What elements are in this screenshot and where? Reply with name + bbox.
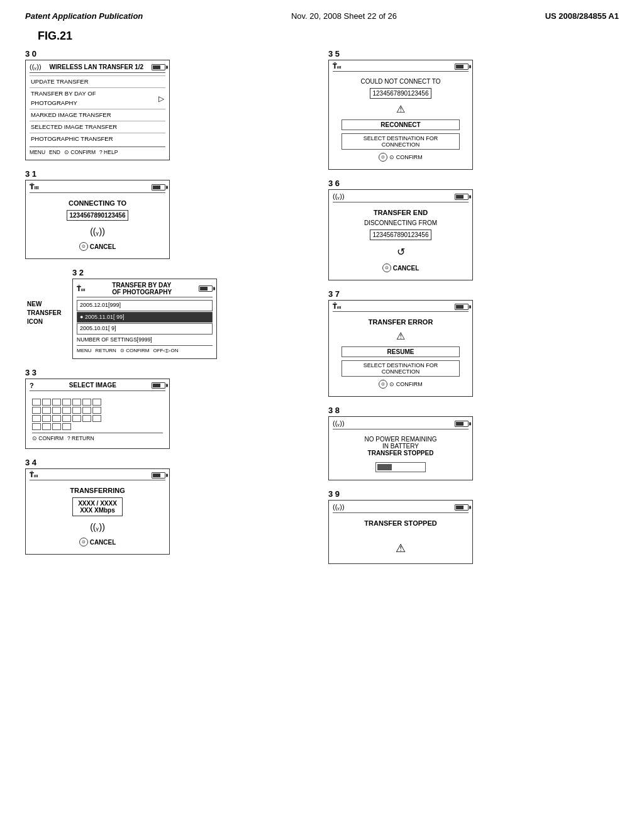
img-cell[interactable] bbox=[42, 423, 51, 430]
warning-icon-35: ⚠ bbox=[396, 103, 405, 115]
img-cell[interactable] bbox=[82, 399, 91, 406]
transfer-stopped-label: TRANSFER STOPPED bbox=[364, 519, 436, 527]
warning-icon-39: ⚠ bbox=[396, 541, 406, 555]
cancel-label-34: CANCEL bbox=[90, 539, 116, 546]
address-31: 1234567890123456 bbox=[67, 210, 129, 221]
img-cell[interactable] bbox=[32, 423, 41, 430]
screen-35-header: T̈ᵢₗₗ bbox=[333, 63, 469, 72]
signal-icon-35: T̈ᵢₗₗ bbox=[333, 63, 341, 70]
screen-30-header: ((ᵧ)) WIRELESS LAN TRANSFER 1/2 bbox=[30, 63, 165, 73]
select-dest-btn-37[interactable]: SELECT DESTINATION FOR CONNECTION bbox=[341, 360, 459, 377]
img-cell[interactable] bbox=[52, 415, 61, 422]
wifi-icon-38: ((ᵧ)) bbox=[333, 419, 345, 428]
img-cell[interactable] bbox=[72, 415, 81, 422]
select-dest-btn-35[interactable]: SELECT DESTINATION FOR CONNECTION bbox=[341, 133, 459, 150]
img-cell[interactable] bbox=[62, 399, 71, 406]
confirm-label-37: ⊙ CONFIRM bbox=[389, 381, 423, 387]
pub-number: US 2008/284855 A1 bbox=[545, 11, 619, 21]
img-cell[interactable] bbox=[62, 415, 71, 422]
img-cell[interactable] bbox=[42, 415, 51, 422]
img-cell[interactable] bbox=[62, 423, 71, 430]
left-column: 3 0 ((ᵧ)) WIRELESS LAN TRANSFER 1/2 UPDA… bbox=[25, 49, 316, 564]
battery-icon-39 bbox=[455, 504, 469, 511]
could-not-text: COULD NOT CONNECT TO bbox=[360, 78, 440, 85]
battery-icon-37 bbox=[455, 304, 469, 310]
img-cell[interactable] bbox=[72, 399, 81, 406]
screen-30-wrapper: 3 0 ((ᵧ)) WIRELESS LAN TRANSFER 1/2 UPDA… bbox=[25, 49, 316, 160]
settings-count: NUMBER OF SETTINGS[9999] bbox=[77, 336, 213, 344]
connecting-text: CONNECTING TO bbox=[69, 199, 126, 207]
confirm-circle-37: ⊙ bbox=[379, 380, 387, 389]
screen-34-body: TRANSFERRING XXXX / XXXX XXX XMbps ((ᵧ))… bbox=[30, 483, 165, 550]
pub-date: Nov. 20, 2008 Sheet 22 of 26 bbox=[291, 11, 397, 21]
page-header: Patent Application Publication Nov. 20, … bbox=[0, 0, 644, 26]
screen-35-wrapper: 3 5 T̈ᵢₗₗ COULD NOT CONNECT TO 123456789… bbox=[328, 49, 619, 170]
screen-32-header: T̈ᵢₗₗ TRANSFER BY DAYOF PHOTOGRAPHY bbox=[77, 282, 213, 297]
img-cell[interactable] bbox=[82, 415, 91, 422]
transfer-end-label: TRANSFER END bbox=[374, 209, 428, 216]
menu-item-update[interactable]: UPDATE TRANSFER bbox=[30, 75, 165, 87]
img-cell[interactable] bbox=[62, 407, 71, 414]
cancel-btn-36[interactable]: ⊙ CANCEL bbox=[382, 263, 419, 272]
confirm-btn-35[interactable]: ⊙ ⊙ CONFIRM bbox=[379, 153, 423, 162]
address-36: 1234567890123456 bbox=[370, 230, 432, 240]
screen-38-label: 3 8 bbox=[328, 406, 619, 415]
img-cell[interactable] bbox=[52, 399, 61, 406]
screen-38-header: ((ᵧ)) bbox=[333, 419, 469, 429]
img-cell[interactable] bbox=[52, 407, 61, 414]
screen-32: T̈ᵢₗₗ TRANSFER BY DAYOF PHOTOGRAPHY 2005… bbox=[72, 279, 217, 358]
resume-btn[interactable]: RESUME bbox=[341, 346, 459, 357]
img-cell[interactable] bbox=[42, 399, 51, 406]
transferring-label: TRANSFERRING bbox=[70, 487, 125, 494]
screen-39: ((ᵧ)) TRANSFER STOPPED ⚠ bbox=[328, 500, 473, 564]
confirm-label-35: ⊙ CONFIRM bbox=[389, 154, 423, 160]
cancel-label-31: CANCEL bbox=[90, 243, 116, 250]
cancel-btn-31[interactable]: ⊙ CANCEL bbox=[79, 242, 116, 251]
img-cell[interactable] bbox=[32, 415, 41, 422]
signal-icon-37: T̈ᵢₗₗ bbox=[333, 303, 341, 310]
screen-33: ? SELECT IMAGE bbox=[25, 379, 170, 450]
cancel-btn-34[interactable]: ⊙ CANCEL bbox=[79, 538, 116, 546]
progress-text: XXXX / XXXX bbox=[78, 500, 117, 507]
no-power-text: NO POWER REMAINING IN BATTERY TRANSFER S… bbox=[364, 436, 436, 456]
img-cell[interactable] bbox=[32, 399, 41, 406]
battery-icon-38 bbox=[455, 421, 469, 427]
screen-30: ((ᵧ)) WIRELESS LAN TRANSFER 1/2 UPDATE T… bbox=[25, 60, 170, 160]
screen-33-content: ⊙ CONFIRM? RETURN bbox=[30, 394, 165, 445]
speed-text: XXX XMbps bbox=[78, 507, 117, 514]
help-icon-33: ? bbox=[30, 382, 34, 389]
img-cell[interactable] bbox=[52, 423, 61, 430]
menu-item-marked[interactable]: MARKED IMAGE TRANSFER bbox=[30, 109, 165, 121]
confirm-btn-37[interactable]: ⊙ ⊙ CONFIRM bbox=[379, 380, 423, 389]
wifi-icon-34: ((ᵧ)) bbox=[90, 522, 105, 532]
signal-icon-31: T̈ᵢₗₗ bbox=[30, 183, 39, 191]
wifi-icon-31: ((ᵧ)) bbox=[90, 226, 105, 236]
img-cell[interactable] bbox=[92, 399, 101, 406]
menu-item-selected[interactable]: SELECTED IMAGE TRANSFER bbox=[30, 121, 165, 133]
img-cell[interactable] bbox=[42, 407, 51, 414]
screen-37-header: T̈ᵢₗₗ bbox=[333, 303, 469, 312]
wifi-icon-39: ((ᵧ)) bbox=[333, 503, 345, 511]
screen-35-label: 3 5 bbox=[328, 49, 619, 58]
img-cell[interactable] bbox=[92, 407, 101, 414]
menu-item-day[interactable]: TRANSFER BY DAY OFPHOTOGRAPHY ▷ bbox=[30, 87, 165, 109]
img-cell[interactable] bbox=[92, 415, 101, 422]
wifi-icon-36: ((ᵧ)) bbox=[333, 192, 345, 201]
img-cell[interactable] bbox=[82, 407, 91, 414]
screen-32-label: 3 2 bbox=[72, 268, 316, 277]
img-cell[interactable] bbox=[72, 407, 81, 414]
screen-32-content: 2005.12.01[999] ● 2005.11.01[ 99] 2005.1… bbox=[77, 300, 213, 354]
reconnect-btn[interactable]: RECONNECT bbox=[341, 119, 459, 130]
date-item-1[interactable]: 2005.12.01[999] bbox=[77, 300, 213, 311]
battery-icon-30 bbox=[152, 64, 165, 70]
screen-36-header: ((ᵧ)) bbox=[333, 192, 469, 202]
date-item-2[interactable]: ● 2005.11.01[ 99] bbox=[77, 312, 213, 323]
battery-icon-34 bbox=[152, 472, 165, 479]
disconnecting-text: DISCONNECTING FROM bbox=[364, 219, 437, 226]
screen-35: T̈ᵢₗₗ COULD NOT CONNECT TO 1234567890123… bbox=[328, 60, 473, 170]
menu-item-photo[interactable]: PHOTOGRAPHIC TRANSFER bbox=[30, 133, 165, 145]
confirm-circle-36: ⊙ bbox=[382, 263, 391, 272]
screen-33-header: ? SELECT IMAGE bbox=[30, 382, 165, 391]
date-item-3[interactable]: 2005.10.01[ 9] bbox=[77, 323, 213, 335]
img-cell[interactable] bbox=[32, 407, 41, 414]
